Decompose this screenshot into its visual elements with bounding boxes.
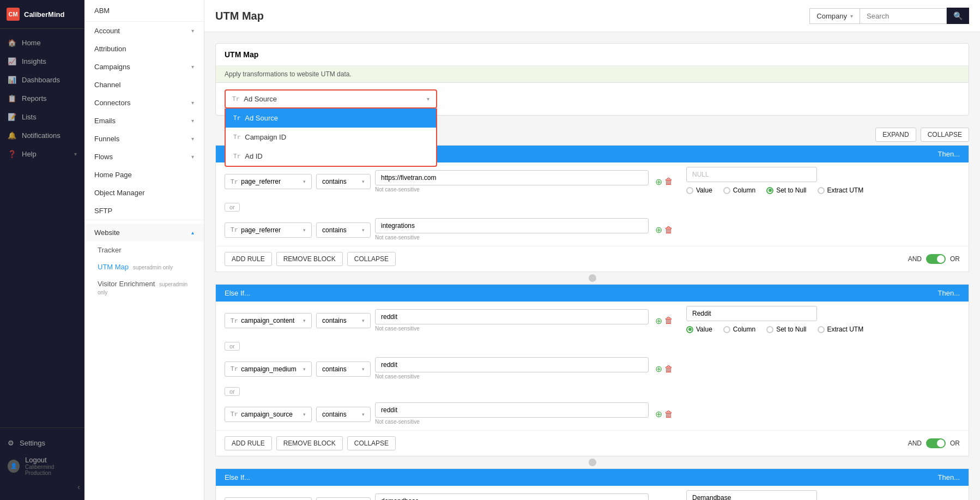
rule-op-2-0[interactable]: contains ▾	[316, 497, 371, 500]
remove-value-btn-1-2[interactable]: 🗑	[664, 409, 673, 419]
field-label-0-1: page_referrer	[241, 226, 281, 234]
field-dropdown[interactable]: Tr Ad Source ▾	[225, 89, 437, 109]
mid-nav-item-abm[interactable]: ABM	[84, 0, 204, 22]
mid-nav-item-homepage[interactable]: Home Page	[84, 166, 204, 184]
dropdown-option-ad-id[interactable]: Tr Ad ID	[226, 147, 436, 166]
add-rule-btn-1[interactable]: ADD RULE	[225, 436, 272, 450]
add-rule-btn-0[interactable]: ADD RULE	[225, 252, 272, 266]
remove-value-btn-0-0[interactable]: 🗑	[664, 177, 673, 186]
company-select[interactable]: Company ▾	[809, 8, 860, 24]
block-1-then-label: Then...	[938, 289, 960, 297]
then-radio-value-1-0[interactable]: Value	[686, 326, 712, 333]
then-radio-extractutm-0-0[interactable]: Extract UTM	[818, 186, 864, 194]
collapse-btn-0[interactable]: COLLAPSE	[347, 252, 396, 266]
then-radio-setnull-1-0[interactable]: Set to Null	[766, 326, 806, 333]
mid-nav-item-channel[interactable]: Channel	[84, 76, 204, 94]
rule-op-0-0[interactable]: contains ▾	[316, 174, 371, 189]
sidebar-item-logout[interactable]: 👤 Logout Calibermind Production	[0, 451, 84, 480]
mid-nav-sub-tracker[interactable]: Tracker	[84, 242, 204, 258]
remove-block-btn-0[interactable]: REMOVE BLOCK	[276, 252, 343, 266]
remove-value-btn-1-0[interactable]: 🗑	[664, 316, 673, 326]
rule-field-1-2[interactable]: Tr campaign_source ▾	[225, 407, 312, 422]
sidebar-item-home[interactable]: 🏠 Home	[0, 33, 84, 52]
dashboards-icon: 📊	[8, 75, 16, 84]
sidebar-item-insights[interactable]: 📈 Insights	[0, 52, 84, 70]
rule-op-1-1[interactable]: contains ▾	[316, 362, 371, 377]
mid-nav-item-emails[interactable]: Emails ▾	[84, 112, 204, 130]
dropdown-option-ad-source[interactable]: Tr Ad Source	[226, 109, 436, 128]
and-or-toggle-0: AND OR	[908, 254, 960, 264]
mid-nav-website-section[interactable]: Website ▴	[84, 224, 204, 242]
rule-field-1-1[interactable]: Tr campaign_medium ▾	[225, 362, 312, 377]
add-value-btn-1-0[interactable]: ⊕	[655, 316, 662, 326]
mid-nav-item-connectors[interactable]: Connectors ▾	[84, 94, 204, 112]
radio-label-extractutm-1-0: Extract UTM	[827, 326, 864, 333]
field-icon-0-1: Tr	[231, 226, 238, 233]
rule-value-input-1-2[interactable]	[375, 402, 649, 418]
then-radio-column-0-0[interactable]: Column	[723, 186, 755, 194]
add-value-btn-0-1[interactable]: ⊕	[655, 225, 662, 235]
mid-nav-item-campaigns[interactable]: Campaigns ▾	[84, 58, 204, 76]
search-button[interactable]: 🔍	[947, 8, 969, 24]
mid-nav-item-objectmanager[interactable]: Object Manager	[84, 184, 204, 202]
main-header: UTM Map Company ▾ 🔍	[204, 0, 980, 32]
help-chevron-icon: ▾	[74, 151, 77, 157]
sidebar-item-lists[interactable]: 📝 Lists	[0, 107, 84, 126]
sidebar-item-label: Reports	[22, 94, 47, 103]
rule-op-1-0[interactable]: contains ▾	[316, 313, 371, 328]
add-value-btn-0-0[interactable]: ⊕	[655, 177, 662, 187]
rule-field-2-0[interactable]: Tr campaign_content ▾	[225, 497, 312, 500]
mid-nav-item-attribution[interactable]: Attribution	[84, 40, 204, 58]
remove-value-btn-1-1[interactable]: 🗑	[664, 364, 673, 374]
sidebar-item-dashboards[interactable]: 📊 Dashboards	[0, 70, 84, 89]
rule-value-input-0-1[interactable]	[375, 218, 649, 233]
remove-value-btn-0-1[interactable]: 🗑	[664, 225, 673, 235]
rule-value-container-0-1: Not case-sensitive	[375, 218, 649, 242]
sidebar: CM CaliberMind 🏠 Home 📈 Insights 📊 Dashb…	[0, 0, 84, 500]
add-value-btn-1-1[interactable]: ⊕	[655, 364, 662, 374]
rule-field-0-1[interactable]: Tr page_referrer ▾	[225, 222, 312, 238]
website-submenu: Tracker UTM Map superadmin only Visitor …	[84, 242, 204, 300]
rule-value-input-0-0[interactable]	[375, 170, 649, 185]
then-radio-column-1-0[interactable]: Column	[723, 326, 755, 333]
rule-op-0-1[interactable]: contains ▾	[316, 222, 371, 238]
mid-nav-item-sftp[interactable]: SFTP	[84, 202, 204, 220]
notifications-icon: 🔔	[8, 131, 16, 140]
sidebar-item-notifications[interactable]: 🔔 Notifications	[0, 126, 84, 144]
radio-label-value-1-0: Value	[696, 326, 712, 333]
sidebar-item-reports[interactable]: 📋 Reports	[0, 89, 84, 107]
then-radio-setnull-0-0[interactable]: Set to Null	[766, 186, 806, 194]
sidebar-collapse-button[interactable]: ‹	[77, 483, 80, 491]
sidebar-item-settings[interactable]: ⚙ Settings	[0, 435, 84, 451]
rule-value-input-1-1[interactable]	[375, 357, 649, 372]
remove-block-btn-1[interactable]: REMOVE BLOCK	[276, 436, 343, 450]
rule-value-input-2-0[interactable]	[375, 493, 649, 501]
rule-value-input-1-0[interactable]	[375, 309, 649, 324]
toggle-switch-0[interactable]	[926, 254, 946, 264]
then-value-input-2-0[interactable]	[686, 490, 817, 500]
rule-field-0-0[interactable]: Tr page_referrer ▾	[225, 174, 312, 189]
collapse-all-button[interactable]: COLLAPSE	[921, 128, 969, 142]
op-label-0-1: contains	[322, 226, 347, 234]
then-radio-group-1-0: Value Column Set to Null	[686, 323, 960, 335]
toggle-switch-1[interactable]	[926, 438, 946, 448]
rule-op-1-2[interactable]: contains ▾	[316, 407, 371, 422]
mid-nav-sub-utm-map[interactable]: UTM Map superadmin only	[84, 258, 204, 275]
collapse-btn-1[interactable]: COLLAPSE	[347, 436, 396, 450]
then-radio-extractutm-1-0[interactable]: Extract UTM	[818, 326, 864, 333]
dropdown-option-campaign-id[interactable]: Tr Campaign ID	[226, 128, 436, 147]
search-input[interactable]	[860, 8, 947, 24]
add-value-btn-1-2[interactable]: ⊕	[655, 409, 662, 419]
mid-nav-sub-visitor-enrichment[interactable]: Visitor Enrichment superadmin only	[84, 275, 204, 300]
mid-nav-item-flows[interactable]: Flows ▾	[84, 148, 204, 166]
rule-field-1-0[interactable]: Tr campaign_content ▾	[225, 313, 312, 328]
then-radio-value-0-0[interactable]: Value	[686, 186, 712, 194]
connectors-label: Connectors	[94, 99, 130, 107]
expand-all-button[interactable]: EXPAND	[875, 128, 916, 142]
mid-nav-item-account[interactable]: Account ▾	[84, 22, 204, 40]
mid-nav-item-funnels[interactable]: Funnels ▾	[84, 130, 204, 148]
then-value-input-0-0[interactable]	[686, 167, 817, 182]
rule-value-actions-1-2: ⊕ 🗑	[655, 409, 673, 419]
sidebar-item-help[interactable]: ❓ Help ▾	[0, 144, 84, 163]
then-value-input-1-0[interactable]	[686, 306, 817, 321]
